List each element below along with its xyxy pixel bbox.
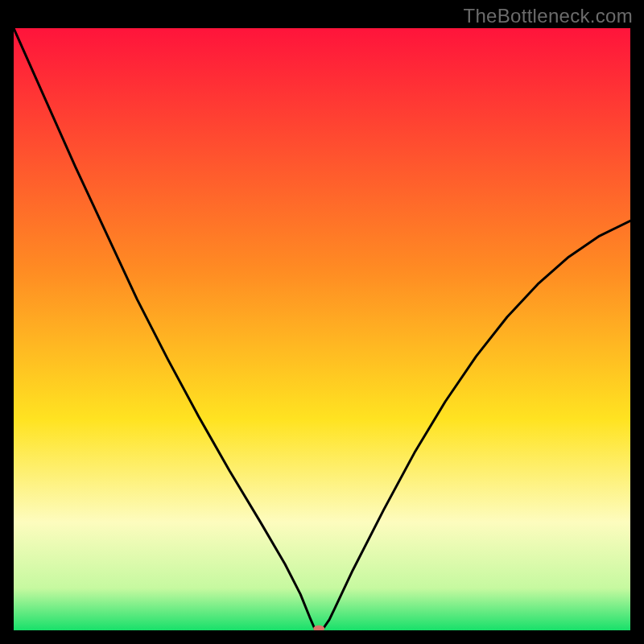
gradient-background — [14, 28, 630, 630]
plot-area — [14, 28, 630, 630]
chart-frame: TheBottleneck.com — [0, 0, 644, 644]
chart-svg — [14, 28, 630, 630]
watermark-text: TheBottleneck.com — [463, 5, 633, 27]
